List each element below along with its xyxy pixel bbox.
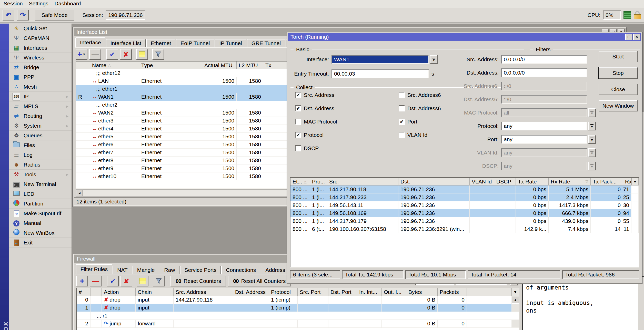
reset-counters-button[interactable]: 00 Reset Counters	[170, 276, 226, 286]
chevron-down-icon[interactable]: ▼	[588, 122, 596, 130]
checkbox-icon[interactable]	[295, 145, 301, 151]
sidebar-item-manual[interactable]: ?Manual	[9, 218, 72, 228]
checkbox-icon[interactable]: ✔	[295, 132, 301, 138]
menu-dashboard[interactable]: Dashboard	[52, 0, 85, 7]
filter-field[interactable]: 0.0.0.0/0	[501, 68, 587, 77]
sidebar-item-routing[interactable]: ⇌Routing▸	[9, 111, 72, 121]
column-header-L2 MTU[interactable]: L2 MTU	[237, 61, 263, 69]
column-header-icon[interactable]	[90, 288, 102, 296]
tab-service-ports[interactable]: Service Ports	[180, 266, 221, 274]
comment-button[interactable]	[137, 276, 148, 286]
stop-button[interactable]: Stop	[599, 67, 638, 79]
checkbox-icon[interactable]: ✔	[295, 105, 301, 111]
column-header-Src. Address[interactable]: Src. Address	[174, 288, 233, 296]
column-header-tx-rate[interactable]: Tx Rate	[516, 178, 549, 185]
comment-button[interactable]	[136, 49, 148, 60]
column-header-Type[interactable]: Type	[139, 61, 202, 69]
session-value-field[interactable]: 190.96.71.236	[106, 11, 145, 20]
enable-button[interactable]: ✔	[106, 49, 118, 60]
checkbox-src-address6[interactable]: Src. Address6	[399, 92, 441, 98]
scroll-left-icon[interactable]: ◄	[76, 190, 83, 196]
filter-button[interactable]	[152, 49, 164, 60]
column-header-tx-pack-[interactable]: Tx Pack...	[591, 178, 623, 185]
sidebar-item-files[interactable]: Files	[9, 140, 72, 150]
comment-row[interactable]: ;;; r1	[77, 312, 519, 320]
entry-timeout-field[interactable]: 00:00:03	[331, 69, 429, 78]
column-header-dst-[interactable]: Dst.	[398, 178, 470, 185]
tab-raw[interactable]: Raw	[160, 266, 179, 274]
checkbox-vlan-id[interactable]: VLAN Id	[399, 132, 427, 138]
checkbox-dst-address6[interactable]: Dst. Address6	[399, 105, 441, 111]
column-header-#[interactable]: #	[77, 288, 90, 296]
sidebar-item-mpls[interactable]: ▱MPLS▸	[9, 101, 72, 111]
checkbox-icon[interactable]	[399, 105, 405, 111]
column-header-src-[interactable]: Src.	[327, 178, 398, 185]
table-row[interactable]: 800 ...6 (t...190.100.160.207:63158190.9…	[290, 225, 639, 233]
sidebar-item-ip[interactable]: 255IP▸	[9, 92, 72, 101]
checkbox-icon[interactable]: ✔	[399, 119, 405, 125]
column-header-In. Int...[interactable]: In. Int...	[357, 288, 382, 296]
menu-session[interactable]: Session	[1, 0, 26, 7]
table-row[interactable]: 800 ...1 (i...144.217.90.118190.96.71.23…	[290, 185, 639, 193]
tab-connections[interactable]: Connections	[221, 266, 260, 274]
table-row[interactable]: 800 ...1 (i...149.56.108.169190.96.71.23…	[290, 209, 639, 217]
terminal-scrollbar[interactable]	[638, 277, 644, 330]
column-header-Name[interactable]: Name△	[90, 61, 139, 69]
column-header-Protocol[interactable]: Protocol	[269, 288, 298, 296]
checkbox-dst-address[interactable]: ✔Dst. Address	[295, 105, 334, 111]
sidebar-item-partition[interactable]: Partition	[9, 199, 72, 209]
interface-combo[interactable]: WAN1	[331, 55, 429, 64]
filter-field[interactable]: any	[501, 122, 587, 130]
sidebar-item-radius[interactable]: ☻Radius	[9, 160, 72, 170]
checkbox-mac-protocol[interactable]: MAC Protocol	[295, 119, 337, 125]
sidebar-item-tools[interactable]: ⚒Tools▸	[9, 170, 72, 179]
sidebar-item-interfaces[interactable]: ▦Interfaces	[9, 43, 72, 53]
checkbox-port[interactable]: ✔Port	[399, 119, 417, 125]
sidebar-item-queues[interactable]: ☸Queues	[9, 131, 72, 140]
scroll-up-icon[interactable]: ▲	[512, 296, 519, 303]
add-button[interactable]: +▼	[76, 49, 87, 60]
tab-ip-tunnel[interactable]: IP Tunnel	[215, 39, 246, 47]
torch-titlebar[interactable]: Torch (Running) □ ×	[288, 33, 641, 41]
sidebar-item-mesh[interactable]: ∴Mesh	[9, 82, 72, 92]
table-row[interactable]: 2↷jumpforward0 B0	[77, 320, 519, 328]
checkbox-src-address[interactable]: ✔Src. Address	[295, 92, 334, 98]
disable-button[interactable]: ✘	[120, 276, 132, 286]
tab-gre-tunnel[interactable]: GRE Tunnel	[247, 39, 285, 47]
tab-eoip-tunnel[interactable]: EoIP Tunnel	[176, 39, 214, 47]
filter-field[interactable]: any	[501, 135, 587, 144]
table-row[interactable]: 800 ...1 (i...144.217.90.233190.96.71.23…	[290, 193, 639, 201]
tab-mangle[interactable]: Mangle	[133, 266, 159, 274]
checkbox-icon[interactable]	[399, 132, 405, 138]
table-row[interactable]: 800 ...1 (i...149.56.143.11190.96.71.236…	[290, 201, 639, 209]
remove-button[interactable]: —	[89, 49, 101, 60]
close-button[interactable]: Close	[599, 84, 638, 95]
column-header-rx-rate[interactable]: Rx Rate▽	[549, 178, 591, 185]
chevron-down-icon[interactable]: ▼	[430, 55, 438, 64]
menu-settings[interactable]: Settings	[26, 0, 52, 7]
checkbox-icon[interactable]	[295, 119, 301, 125]
checkbox-protocol[interactable]: ✔Protocol	[295, 132, 324, 138]
sidebar-item-new-winbox[interactable]: New WinBox	[9, 228, 72, 238]
column-header-et-[interactable]: Et...△	[290, 178, 310, 185]
tab-interface-list[interactable]: Interface List	[106, 39, 146, 47]
remove-button[interactable]: —	[90, 276, 102, 286]
chevron-down-icon[interactable]: ▼	[588, 135, 596, 144]
checkbox-icon[interactable]: ✔	[295, 92, 301, 98]
add-button[interactable]: +	[76, 276, 88, 286]
tab-interface[interactable]: Interface	[75, 37, 105, 47]
table-row[interactable]: 1✘dropinput1 (icmp)0 B0	[77, 304, 519, 312]
column-header-Dst. Address[interactable]: Dst. Address	[233, 288, 269, 296]
sidebar-item-exit[interactable]: ←Exit	[9, 238, 72, 248]
column-header-rx-pack[interactable]: Rx Pack	[623, 178, 631, 185]
filter-field[interactable]: 0.0.0.0/0	[501, 55, 587, 64]
column-header-pro-[interactable]: Pro...	[310, 178, 327, 185]
column-header-Dst. Port[interactable]: Dst. Port	[328, 288, 357, 296]
reset-all-counters-button[interactable]: 00 Reset All Counters	[228, 276, 291, 286]
column-header-flags[interactable]	[76, 61, 90, 69]
filter-button[interactable]	[153, 276, 165, 286]
tab-filter-rules[interactable]: Filter Rules	[76, 264, 112, 274]
column-header-Action[interactable]: Action	[102, 288, 136, 296]
tab-ethernet[interactable]: Ethernet	[146, 39, 175, 47]
new-window-button[interactable]: New Window	[599, 100, 638, 111]
